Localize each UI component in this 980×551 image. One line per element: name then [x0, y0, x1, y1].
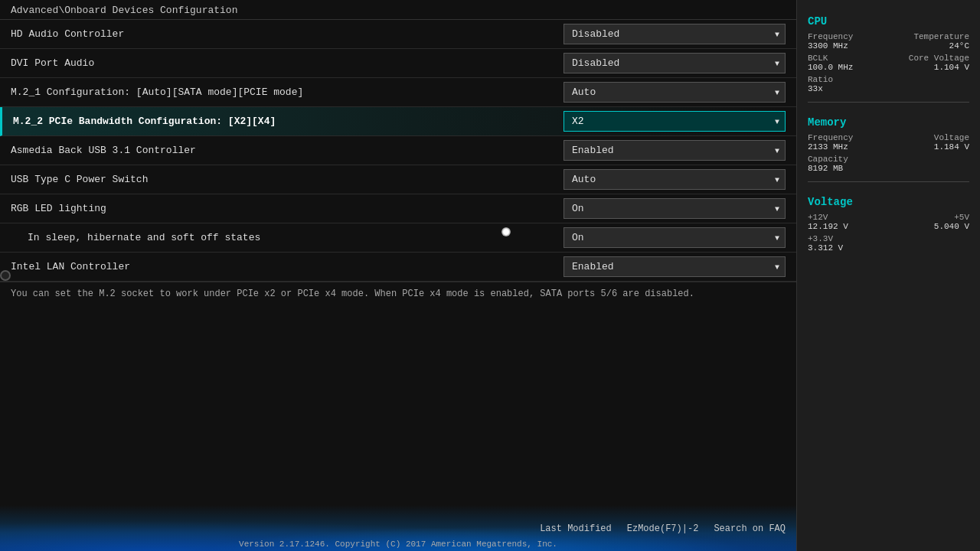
intel-lan-dropdown[interactable]: Enabled Disabled	[564, 256, 786, 277]
cpu-temp-value: 24°C	[889, 41, 970, 51]
setting-row-m2-2: M.2_2 PCIe Bandwidth Configuration: [X2]…	[0, 107, 796, 136]
volt-5v-label: +5V	[889, 213, 970, 222]
volt-5v-group: +5V 5.040 V	[889, 213, 970, 231]
voltage-section-title: Voltage	[808, 196, 969, 208]
cpu-freq-label: Frequency	[808, 32, 889, 41]
usb-c-label: USB Type C Power Switch	[11, 174, 564, 185]
usb-c-control: Auto On Off	[564, 169, 786, 190]
m2-2-label: M.2_2 PCIe Bandwidth Configuration: [X2]…	[13, 116, 564, 127]
cpu-bclk-group: BCLK 100.0 MHz	[808, 54, 889, 72]
volt-12v-group: +12V 12.192 V	[808, 213, 889, 231]
rgb-label: RGB LED lighting	[11, 203, 564, 214]
info-text: You can set the M.2 socket to work under…	[0, 282, 796, 305]
hd-audio-dropdown[interactable]: Disabled Enabled	[564, 24, 786, 44]
hd-audio-label: HD Audio Controller	[11, 28, 564, 40]
cpu-freq-value: 3300 MHz	[808, 41, 889, 51]
memory-divider	[808, 181, 969, 182]
search-faq-label[interactable]: Search on FAQ	[714, 523, 786, 534]
cpu-temp-label: Temperature	[889, 32, 970, 41]
hd-audio-control: Disabled Enabled	[564, 24, 786, 44]
settings-area: HD Audio Controller Disabled Enabled DVI…	[0, 20, 796, 551]
mem-voltage-label: Voltage	[889, 133, 970, 142]
setting-row-asmedia: Asmedia Back USB 3.1 Controller Enabled …	[0, 136, 796, 165]
left-panel: Advanced\Onboard Devices Configuration H…	[0, 0, 796, 551]
rgb-sleep-dropdown[interactable]: On Off	[564, 227, 786, 248]
memory-section-title: Memory	[808, 116, 969, 129]
volt-33v-row: +3.3V 3.312 V	[808, 234, 969, 253]
mem-capacity-row: Capacity 8192 MB	[808, 155, 969, 173]
setting-row-m2-1: M.2_1 Configuration: [Auto][SATA mode][P…	[0, 78, 796, 107]
m2-1-control: Auto SATA mode PCIE mode	[564, 82, 786, 103]
usb-c-dropdown[interactable]: Auto On Off	[564, 169, 786, 190]
mem-capacity-value: 8192 MB	[808, 164, 848, 173]
setting-row-hd-audio: HD Audio Controller Disabled Enabled	[0, 20, 796, 49]
rgb-dropdown[interactable]: On Off	[564, 198, 786, 219]
bottom-bar: Last Modified EzMode(F7)|-2 Search on FA…	[0, 490, 796, 551]
setting-row-usb-c: USB Type C Power Switch Auto On Off	[0, 165, 796, 194]
cpu-bclk-label: BCLK	[808, 54, 889, 63]
last-modified-label: Last Modified	[540, 523, 612, 534]
mem-capacity-group: Capacity 8192 MB	[808, 155, 848, 173]
cpu-corevolt-value: 1.104 V	[889, 63, 970, 72]
mem-voltage-value: 1.184 V	[889, 142, 970, 152]
m2-2-dropdown[interactable]: X2 X4	[564, 111, 786, 132]
volt-33v-group: +3.3V 3.312 V	[808, 234, 843, 253]
volt-12v-label: +12V	[808, 213, 889, 222]
footer-nav: Last Modified EzMode(F7)|-2 Search on FA…	[0, 520, 796, 537]
rgb-control: On Off	[564, 198, 786, 219]
cpu-ratio-row: Ratio 33x	[808, 75, 969, 93]
mem-freq-value: 2133 MHz	[808, 142, 889, 152]
mem-capacity-label: Capacity	[808, 155, 848, 164]
main-container: Advanced\Onboard Devices Configuration H…	[0, 0, 980, 551]
cpu-section-title: CPU	[808, 15, 969, 28]
cpu-ratio-value: 33x	[808, 84, 833, 93]
volt-33v-label: +3.3V	[808, 234, 843, 243]
dvi-audio-control: Disabled Enabled	[564, 53, 786, 73]
asmedia-control: Enabled Disabled	[564, 140, 786, 161]
setting-row-rgb-sleep: In sleep, hibernate and soft off states …	[0, 223, 796, 253]
intel-lan-control: Enabled Disabled	[564, 256, 786, 277]
circle-decoration	[0, 270, 11, 281]
rgb-sleep-label: In sleep, hibernate and soft off states	[28, 232, 564, 243]
rgb-sleep-control: On Off	[564, 227, 786, 248]
cpu-temp-group: Temperature 24°C	[889, 32, 970, 51]
mem-freq-group: Frequency 2133 MHz	[808, 133, 889, 152]
m2-1-label: M.2_1 Configuration: [Auto][SATA mode][P…	[11, 86, 564, 98]
asmedia-dropdown[interactable]: Enabled Disabled	[564, 140, 786, 161]
cpu-freq-temp-row: Frequency 3300 MHz Temperature 24°C	[808, 32, 969, 51]
footer-bar: Last Modified EzMode(F7)|-2 Search on FA…	[0, 496, 796, 551]
dvi-audio-dropdown[interactable]: Disabled Enabled	[564, 53, 786, 73]
volt-33v-value: 3.312 V	[808, 243, 843, 253]
intel-lan-label: Intel LAN Controller	[11, 261, 564, 272]
setting-row-rgb: RGB LED lighting On Off	[0, 194, 796, 223]
right-panel: CPU Frequency 3300 MHz Temperature 24°C …	[796, 0, 980, 551]
cpu-corevolt-label: Core Voltage	[889, 54, 970, 63]
asmedia-label: Asmedia Back USB 3.1 Controller	[11, 145, 564, 156]
volt-12v-5v-row: +12V 12.192 V +5V 5.040 V	[808, 213, 969, 231]
ez-mode-label[interactable]: EzMode(F7)|-2	[627, 523, 699, 534]
m2-1-dropdown[interactable]: Auto SATA mode PCIE mode	[564, 82, 786, 103]
cpu-bclk-value: 100.0 MHz	[808, 63, 889, 72]
setting-row-intel-lan: Intel LAN Controller Enabled Disabled	[0, 253, 796, 282]
breadcrumb: Advanced\Onboard Devices Configuration	[0, 0, 796, 20]
cpu-ratio-label: Ratio	[808, 75, 833, 84]
cpu-ratio-group: Ratio 33x	[808, 75, 833, 93]
footer-version: Version 2.17.1246. Copyright (C) 2017 Am…	[0, 537, 796, 551]
cpu-corevolt-group: Core Voltage 1.104 V	[889, 54, 970, 72]
mem-freq-voltage-row: Frequency 2133 MHz Voltage 1.184 V	[808, 133, 969, 152]
dvi-audio-label: DVI Port Audio	[11, 57, 564, 69]
cpu-divider	[808, 102, 969, 103]
volt-12v-value: 12.192 V	[808, 222, 889, 231]
m2-2-control: X2 X4	[564, 111, 786, 132]
volt-5v-value: 5.040 V	[889, 222, 970, 231]
setting-row-dvi-audio: DVI Port Audio Disabled Enabled	[0, 49, 796, 78]
mem-voltage-group: Voltage 1.184 V	[889, 133, 970, 152]
cpu-freq-group: Frequency 3300 MHz	[808, 32, 889, 51]
mem-freq-label: Frequency	[808, 133, 889, 142]
cpu-bclk-voltage-row: BCLK 100.0 MHz Core Voltage 1.104 V	[808, 54, 969, 72]
